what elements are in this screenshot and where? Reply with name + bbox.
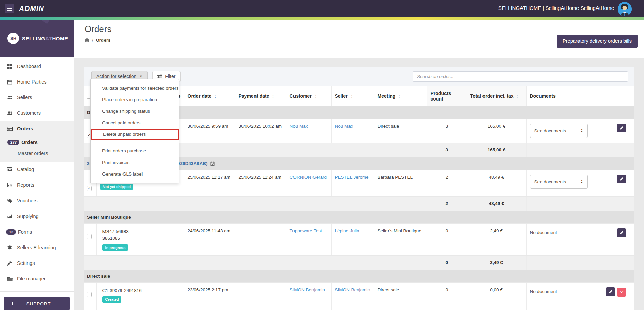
edit-order-button[interactable] bbox=[606, 287, 615, 296]
sidebar-item-reports[interactable]: Reports bbox=[0, 177, 74, 193]
sidebar-item-vouchers[interactable]: Vouchers bbox=[0, 193, 74, 208]
sidebar-item-settings[interactable]: Settings bbox=[0, 255, 74, 271]
hamburger-menu-icon[interactable] bbox=[5, 4, 14, 13]
seller-link[interactable]: Lépine Julia bbox=[335, 228, 359, 233]
logo-text: SELLINGATHOME bbox=[22, 36, 68, 41]
row-checkbox[interactable] bbox=[87, 292, 92, 297]
calendar-icon bbox=[7, 79, 13, 85]
seller-cell: Nou Max bbox=[331, 119, 374, 143]
action-selection-menu: Validate payments for selected orders Pl… bbox=[90, 79, 179, 183]
documents-cell: No document bbox=[526, 224, 591, 256]
dashboard-icon bbox=[7, 63, 13, 69]
search-input[interactable] bbox=[413, 71, 628, 82]
see-documents-select[interactable]: See documents▲▼ bbox=[530, 124, 588, 138]
sort-icon[interactable]: ▲▼ bbox=[351, 95, 353, 98]
col-header-order-date[interactable]: Order date▲▼ bbox=[184, 86, 235, 106]
sort-icon[interactable]: ▲▼ bbox=[272, 95, 274, 98]
breadcrumb-current: Orders bbox=[96, 38, 111, 43]
customer-link[interactable]: SIMON Benjamin bbox=[290, 287, 325, 292]
seller-link[interactable]: SIMON Benjamin bbox=[335, 287, 370, 292]
col-header-customer[interactable]: Customer▲▼ bbox=[286, 86, 331, 106]
see-documents-select[interactable]: See documents▲▼ bbox=[530, 175, 588, 189]
sidebar-item-supplying[interactable]: Supplying bbox=[0, 208, 74, 224]
col-header-payment-date[interactable]: Payment date▲▼ bbox=[235, 86, 286, 106]
meeting-cell: Barbara PESTEL bbox=[374, 170, 427, 197]
sidebar-logo[interactable]: SH SELLINGATHOME bbox=[0, 20, 74, 57]
no-document-label: No document bbox=[530, 228, 587, 235]
menu-item-change-shipping-status[interactable]: Change shipping status bbox=[91, 106, 179, 117]
col-header-meeting[interactable]: Meeting▲▼ bbox=[374, 86, 427, 106]
sidebar: SH SELLINGATHOME Dashboard Home Parties … bbox=[0, 20, 74, 310]
sidebar-subitem-orders[interactable]: 277 Orders bbox=[0, 136, 74, 148]
customer-link[interactable]: Tuppeware Test bbox=[290, 228, 322, 233]
customer-link[interactable]: CORNION Gérard bbox=[290, 175, 327, 180]
subtotal-row: 2 48,49 € bbox=[84, 197, 634, 211]
meeting-cell: Direct sale bbox=[374, 119, 427, 143]
row-checkbox[interactable]: ✓ bbox=[87, 186, 92, 191]
menu-item-print-orders-purchase[interactable]: Print orders purchase bbox=[91, 145, 179, 157]
menu-divider bbox=[91, 143, 179, 143]
sidebar-subitem-master-orders[interactable]: Master orders bbox=[0, 148, 74, 159]
seller-link[interactable]: Nou Max bbox=[335, 124, 353, 129]
subtotal-total: 165,00 € bbox=[467, 143, 526, 157]
sort-icon[interactable]: ▲▼ bbox=[214, 95, 216, 98]
order-number-cell: C46-56683-3311182 Not yet shipped bbox=[96, 307, 146, 310]
sort-icon[interactable]: ▲▼ bbox=[398, 95, 400, 98]
user-account-label[interactable]: SELLINGATHOME | SellingAtHome SellingAtH… bbox=[498, 5, 614, 11]
sidebar-item-dashboard[interactable]: Dashboard bbox=[0, 58, 74, 74]
support-button[interactable]: i SUPPORT bbox=[4, 297, 70, 310]
customer-cell: SIMON Benjamin bbox=[286, 283, 331, 307]
main-content: Orders / Orders Preparatory delivery ord… bbox=[74, 20, 644, 310]
edit-order-button[interactable] bbox=[617, 124, 626, 132]
menu-item-cancel-paid-orders[interactable]: Cancel paid orders bbox=[91, 117, 179, 129]
row-checkbox[interactable] bbox=[87, 234, 92, 239]
subtotal-row: 0 2,49 € bbox=[84, 256, 634, 270]
preparatory-delivery-orders-bills-button[interactable]: Preparatory delivery orders bills bbox=[557, 35, 638, 48]
sidebar-item-sellers[interactable]: Sellers bbox=[0, 90, 74, 105]
order-number: C1-39079-2491816 bbox=[102, 287, 143, 294]
order-number-cell: MS47-56683-3861085 In progress bbox=[96, 224, 146, 256]
home-icon[interactable] bbox=[84, 38, 89, 42]
col-header-products-count[interactable]: Products count bbox=[427, 86, 467, 106]
menu-item-print-invoices[interactable]: Print invoices bbox=[91, 157, 179, 168]
sidebar-item-catalog[interactable]: Catalog bbox=[0, 162, 74, 177]
menu-item-place-orders-in-preparation[interactable]: Place orders in preparation bbox=[91, 94, 179, 106]
edit-order-button[interactable] bbox=[617, 175, 626, 183]
seller-cell: Lépine Julia bbox=[331, 307, 374, 310]
sidebar-item-customers[interactable]: Customers bbox=[0, 105, 74, 121]
sidebar-item-file-manager[interactable]: File manager bbox=[0, 271, 74, 287]
calendar-check-icon[interactable] bbox=[210, 161, 215, 166]
col-header-seller[interactable]: Seller▲▼ bbox=[331, 86, 374, 106]
sidebar-item-orders[interactable]: Orders bbox=[0, 121, 74, 136]
total-cell: 2,49 € bbox=[467, 224, 526, 256]
seller-link[interactable]: PESTEL Jérôme bbox=[335, 175, 369, 180]
edit-order-button[interactable] bbox=[617, 228, 626, 237]
payment-date-cell: 18/06/2025 2:19 pm bbox=[235, 307, 286, 310]
avatar[interactable] bbox=[618, 2, 632, 16]
delete-order-button[interactable]: × bbox=[617, 288, 626, 297]
sidebar-item-sellers-elearning[interactable]: Sellers E-learning bbox=[0, 240, 74, 255]
col-header-documents[interactable]: Documents bbox=[526, 86, 591, 106]
menu-item-validate-payments[interactable]: Validate payments for selected orders bbox=[91, 83, 179, 94]
order-date-cell: 30/06/2025 9:59 am bbox=[184, 119, 235, 143]
actions-cell bbox=[591, 224, 634, 256]
meeting-cell: Direct sale bbox=[374, 283, 427, 307]
order-date-cell: 24/06/2025 11:43 am bbox=[184, 224, 235, 256]
menu-item-generate-gls-label[interactable]: Generate GLS label bbox=[91, 168, 179, 180]
menu-item-delete-unpaid-orders[interactable]: Delete unpaid orders bbox=[91, 129, 179, 140]
customer-link[interactable]: Nou Max bbox=[290, 124, 308, 129]
status-badge: Not yet shipped bbox=[100, 184, 134, 190]
bar-chart-icon bbox=[7, 182, 13, 188]
order-date-cell: 25/06/2025 11:17 am bbox=[184, 170, 235, 197]
subtotal-products-count: 2 bbox=[427, 197, 467, 211]
sort-icon[interactable]: ▲▼ bbox=[315, 95, 317, 98]
table-row: C1-39079-2491816 Created 23/06/2025 2:17… bbox=[84, 283, 634, 307]
col-header-total[interactable]: Total order incl. tax▲▼ bbox=[467, 86, 526, 106]
breadcrumb-separator: / bbox=[92, 38, 93, 43]
total-cell: 165,00 € bbox=[467, 119, 526, 143]
meeting-cell: Direct sale bbox=[374, 307, 427, 310]
sort-icon[interactable]: ▲▼ bbox=[516, 95, 519, 98]
meeting-link-fragment-right[interactable]: 029D43A8AB) bbox=[177, 161, 208, 166]
sidebar-item-home-parties[interactable]: Home Parties bbox=[0, 74, 74, 90]
sidebar-item-forms[interactable]: 12 Forms bbox=[0, 224, 74, 240]
